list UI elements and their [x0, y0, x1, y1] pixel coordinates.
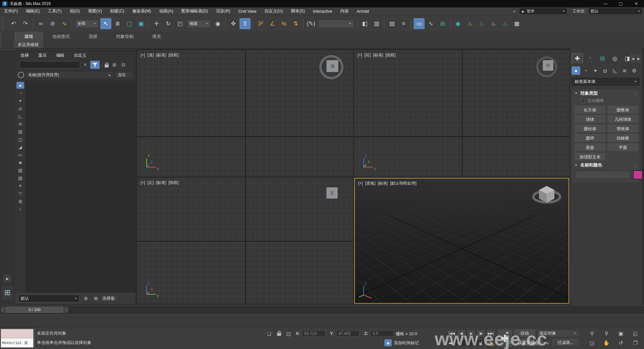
- play-button[interactable]: ▶: [467, 330, 476, 337]
- ribbon-tab-2[interactable]: 选择: [79, 32, 107, 41]
- select-and-link-icon[interactable]: ∞: [35, 18, 46, 29]
- menu-item-0[interactable]: 文件(F): [0, 7, 22, 15]
- undo-icon[interactable]: ↶: [8, 18, 19, 29]
- workspace-dropdown[interactable]: 默认 ▼: [588, 8, 643, 15]
- filter-geometry-icon[interactable]: ●: [16, 82, 24, 89]
- current-frame-spinner[interactable]: 0 ▲▼: [455, 339, 484, 346]
- select-by-name-icon[interactable]: ≣: [112, 18, 123, 29]
- mirror-icon[interactable]: ◧: [359, 18, 370, 29]
- menu-item-9[interactable]: 渲染(R): [212, 7, 234, 15]
- toggle-scene-explorer-icon[interactable]: ▤: [386, 18, 397, 29]
- viewcube[interactable]: 前: [543, 60, 553, 71]
- redo-icon[interactable]: ↷: [20, 18, 31, 29]
- render-setup-icon[interactable]: ♨: [464, 18, 475, 29]
- maximize-viewport-toggle-icon[interactable]: ❐: [629, 339, 642, 347]
- menu-item-11[interactable]: 自定义(U): [260, 7, 287, 15]
- hierarchy-tab-icon[interactable]: ⊟: [597, 53, 608, 63]
- systems-category-icon[interactable]: ⚙: [630, 66, 639, 75]
- primitive-button-球体[interactable]: 球体: [575, 115, 605, 123]
- viewport-perspective[interactable]: [+] [透视] [标准] [默认明暗处理] ZXY: [354, 178, 569, 304]
- viewport-perspective-label[interactable]: [+] [透视] [标准] [默认明暗处理]: [358, 181, 417, 186]
- primitive-button-圆环[interactable]: 圆环: [575, 134, 605, 142]
- selection-lock-icon[interactable]: [275, 330, 283, 337]
- filter-helpers-icon[interactable]: ◺: [16, 113, 24, 119]
- maximize-button[interactable]: ▢: [613, 0, 629, 7]
- filter-xrefs-icon[interactable]: ◫: [16, 136, 24, 143]
- motion-tab-icon[interactable]: ◎: [609, 53, 620, 63]
- ribbon-tab-4[interactable]: 填充: [143, 32, 170, 41]
- filter-materials-icon[interactable]: ▧: [16, 167, 24, 173]
- autogrid-checkbox[interactable]: [581, 99, 585, 103]
- render-in-cloud-icon[interactable]: ♨: [499, 18, 511, 29]
- cameras-category-icon[interactable]: ◘: [601, 66, 609, 75]
- select-and-move-icon[interactable]: ✛: [151, 18, 162, 29]
- unlink-selection-icon[interactable]: ⊘: [47, 18, 58, 29]
- zoom-icon[interactable]: ⚲: [586, 330, 598, 338]
- listener-splitter[interactable]: [34, 329, 35, 348]
- y-coordinate-field[interactable]: 47.402: [336, 330, 360, 337]
- ribbon-tab-3[interactable]: 对象绘制: [107, 32, 143, 41]
- next-frame-button[interactable]: |▶: [477, 330, 485, 337]
- key-selection-dropdown[interactable]: 选定对象 ▼: [537, 330, 579, 337]
- primitive-button-茶壶[interactable]: 茶壶: [575, 144, 605, 152]
- material-editor-icon[interactable]: ◉: [452, 18, 464, 29]
- field-of-view-icon[interactable]: ◲: [586, 339, 598, 347]
- next-frame-arrow[interactable]: ›: [64, 307, 68, 313]
- primitive-button-圆锥体[interactable]: 圆锥体: [607, 106, 638, 114]
- align-icon[interactable]: ▥: [371, 18, 382, 29]
- menu-item-10[interactable]: Civil View: [234, 7, 260, 15]
- maxscript-mini-listener[interactable]: MAXScript 迷: [1, 329, 34, 348]
- rollout-drag-handle-icon[interactable]: ⣿: [634, 92, 637, 95]
- primitive-button-圆柱体[interactable]: 圆柱体: [575, 125, 605, 133]
- menu-item-6[interactable]: 修改器(M): [128, 7, 155, 15]
- filter-bones-icon[interactable]: ◢: [16, 144, 24, 150]
- angle-snap-toggle-icon[interactable]: ∠: [267, 18, 278, 29]
- filter-solids-icon[interactable]: ■: [16, 159, 24, 166]
- explorer-config-icon[interactable]: ≣: [82, 295, 90, 302]
- explorer-menu-2[interactable]: 编辑: [56, 53, 64, 58]
- filter-cone-icon[interactable]: ▽: [16, 190, 24, 197]
- go-to-end-button[interactable]: ▶▶|: [486, 330, 495, 337]
- primitive-button-平面[interactable]: 平面: [607, 144, 638, 152]
- spinner-arrows[interactable]: ▲▼: [479, 340, 484, 346]
- window-crossing-toggle-icon[interactable]: ▣: [136, 18, 147, 29]
- viewcube-3d[interactable]: [532, 182, 561, 207]
- scene-tree[interactable]: [25, 81, 136, 293]
- set-keys-button[interactable]: ✚ ⚲: [498, 330, 512, 347]
- filter-groups-icon[interactable]: ▤: [16, 128, 24, 135]
- toggle-layer-explorer-icon[interactable]: ≡: [398, 18, 409, 29]
- viewport-front-label[interactable]: [+] [前] [标准] [线框]: [358, 52, 396, 58]
- toolbar-drag-handle[interactable]: [3, 18, 5, 30]
- primitive-button-管状体[interactable]: 管状体: [607, 125, 638, 133]
- filter-lights-icon[interactable]: ✦: [16, 97, 24, 104]
- set-key-button[interactable]: 设置关键点: [514, 339, 543, 347]
- viewport-left-label[interactable]: [+] [左] [标准] [线框]: [141, 180, 179, 186]
- lock-icon[interactable]: [105, 64, 109, 67]
- schematic-view-icon[interactable]: ⊟: [437, 18, 448, 29]
- add-time-tag-label[interactable]: 添加时间标记: [394, 340, 419, 346]
- select-and-manipulate-icon[interactable]: ✜: [228, 18, 239, 29]
- keyboard-shortcut-override-icon[interactable]: ⇧: [239, 18, 251, 29]
- geometry-type-dropdown[interactable]: 标准基本体 ▼: [572, 78, 640, 86]
- frozen-column-header[interactable]: 冻结: [115, 71, 133, 78]
- go-to-start-button[interactable]: |◀◀: [447, 330, 456, 337]
- menu-item-3[interactable]: 组(G): [66, 7, 84, 15]
- menu-item-14[interactable]: 内容: [336, 7, 353, 15]
- explorer-menu-0[interactable]: 选择: [20, 53, 29, 58]
- polygon-modeling-tab[interactable]: 多边形建模: [13, 41, 43, 48]
- primitive-button-四棱锥[interactable]: 四棱锥: [607, 134, 638, 142]
- viewport-left[interactable]: [+] [左] [标准] [线框] 左 ZYX: [137, 178, 353, 304]
- name-color-rollout-header[interactable]: ▼ 名称和颜色 ⣿: [572, 161, 640, 169]
- named-selection-sets-dropdown[interactable]: ▼: [318, 20, 354, 28]
- filter-icon[interactable]: [90, 61, 100, 69]
- orbit-icon[interactable]: ↺: [614, 339, 627, 347]
- name-column-header[interactable]: 名称(按升序排序) ▲: [25, 71, 113, 79]
- helpers-category-icon[interactable]: ◺: [610, 66, 619, 75]
- filter-containers-icon[interactable]: ▭: [16, 151, 24, 158]
- filter-space-warps-icon[interactable]: ≋: [16, 120, 24, 127]
- command-panel-scrollbar[interactable]: [642, 48, 644, 305]
- primitive-button-几何球体[interactable]: 几何球体: [607, 115, 638, 123]
- lights-category-icon[interactable]: ✦: [591, 66, 600, 75]
- clear-search-icon[interactable]: ✕: [83, 62, 88, 67]
- pan-view-icon[interactable]: ✋: [600, 339, 613, 347]
